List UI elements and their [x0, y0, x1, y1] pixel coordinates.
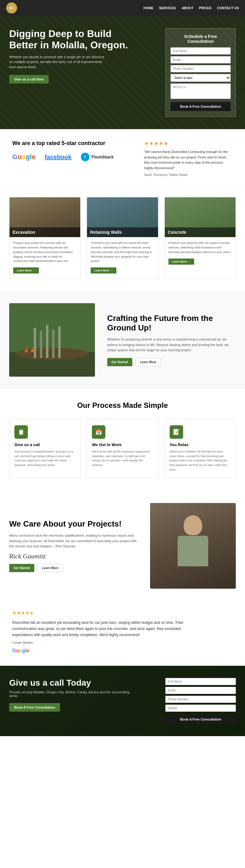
footer-form: Book A Free Consultation: [165, 678, 236, 724]
mission-right: Crafting the Future from the Ground Up! …: [107, 314, 236, 366]
footer-left: Give us a call Today Proudly serving Mol…: [9, 678, 132, 712]
mission-learn-more[interactable]: Learn More: [135, 358, 161, 366]
process-step-2: 📅 We Get to Work We'll arrive with all t…: [87, 419, 158, 478]
process-title-3: You Relax: [170, 442, 230, 447]
svg-rect-6: [52, 329, 55, 358]
hero-content: Digging Deep to Build Better in Molalla,…: [0, 16, 245, 129]
person-body: [178, 536, 208, 566]
mission-get-started[interactable]: Get Started: [107, 358, 132, 366]
process-heading: Our Process Made Simple: [9, 401, 236, 410]
process-icon-1: 📋: [15, 425, 28, 439]
form-book-button[interactable]: Book A Free Consultation: [170, 102, 230, 111]
care-get-started[interactable]: Get Started: [9, 564, 34, 572]
process-desc-1: Our process is straightforward—just give…: [15, 450, 75, 467]
nav-prices[interactable]: Prices: [199, 6, 212, 10]
care-section: We Care About your Projects! Many contra…: [0, 491, 245, 601]
review-author: Sarah Thompson, Stable Owner: [144, 173, 233, 177]
process-step-3: 📝 You Relax When we're finished, it'll f…: [164, 419, 236, 478]
mission-text: Whether it's preparing land for a new ho…: [107, 337, 236, 353]
process-grid: 📋 Give us a call Our process is straight…: [9, 419, 236, 478]
hero-left: Digging Deep to Build Better in Molalla,…: [9, 28, 138, 84]
thumbtack-logo: T Thumbtack: [81, 153, 114, 161]
logo-icon: DC: [6, 2, 17, 13]
service-body-excavation: Prepare your project for success with ou…: [9, 237, 80, 278]
nav-about[interactable]: About: [182, 6, 194, 10]
ratings-left: We are a top rated 5-star contractor Goo…: [12, 140, 135, 161]
ratings-section: We are a top rated 5-star contractor Goo…: [0, 129, 245, 188]
nav-links: Home Services About Prices Contact Us: [143, 6, 239, 10]
process-section: Our Process Made Simple 📋 Give us a call…: [0, 389, 245, 491]
service-image-concrete: Concrete: [165, 197, 236, 237]
form-title: Schedule a Free Consultation: [170, 34, 230, 44]
care-text: Many contractors lack the necessary qual…: [9, 533, 141, 549]
service-label-concrete: Concrete: [165, 227, 236, 237]
services-grid: Excavation Prepare your project for succ…: [9, 197, 236, 279]
service-body-retaining: Transform your land with our expert dirt…: [87, 237, 158, 278]
service-cta-excavation[interactable]: Learn More →: [13, 268, 39, 274]
mission-svg: [9, 303, 95, 377]
thumbtack-label: Thumbtack: [91, 155, 114, 159]
care-image: [150, 503, 236, 589]
google-logo: Google: [12, 153, 35, 161]
process-title-1: Give us a call: [15, 442, 75, 447]
facebook-logo: facebook: [45, 154, 72, 161]
footer-book-button[interactable]: Book A Free Consultation: [9, 703, 60, 712]
form-topic[interactable]: Select a topic: [170, 74, 230, 82]
service-cta-retaining[interactable]: Learn More →: [91, 268, 116, 274]
footer-email[interactable]: [165, 687, 236, 694]
google-logo-small: Google: [12, 648, 233, 653]
review-quote: "We cannot thank Diversified Contracting…: [144, 149, 233, 171]
service-card-concrete: Concrete Enhance your property with our …: [164, 197, 236, 279]
svg-rect-4: [40, 331, 42, 358]
nav-contact[interactable]: Contact Us: [217, 6, 239, 10]
review2-text: Diversified did an excellent job excavat…: [12, 620, 184, 638]
service-body-concrete: Enhance your property with our expert co…: [165, 237, 236, 269]
service-cta-concrete[interactable]: Learn More →: [168, 258, 194, 265]
form-phone[interactable]: [170, 65, 230, 72]
footer-cta: Give us a call Today Proudly serving Mol…: [0, 666, 245, 736]
hero-cta-button[interactable]: Give us a call Now: [9, 75, 49, 84]
mission-section: Crafting the Future from the Ground Up! …: [0, 291, 245, 389]
review-stars: ★★★★★: [144, 140, 233, 147]
person-head: [184, 515, 202, 535]
thumbtack-icon: T: [81, 153, 89, 161]
process-title-2: We Get to Work: [92, 442, 153, 447]
ratings-heading: We are a top rated 5-star contractor: [12, 140, 135, 147]
care-left: We Care About your Projects! Many contra…: [9, 519, 141, 572]
mission-image: [9, 303, 95, 377]
service-image-retaining: Retaining Walls: [87, 197, 158, 237]
nav-home[interactable]: Home: [143, 6, 154, 10]
person-photo: [174, 515, 211, 577]
review-section: ★★★★★ Diversified did an excellent job e…: [0, 601, 245, 666]
service-card-excavation: Excavation Prepare your project for succ…: [9, 197, 81, 279]
review2-stars: ★★★★★: [12, 610, 233, 616]
care-learn-more[interactable]: Learn More: [37, 564, 63, 572]
process-desc-3: When we're finished, it'll feel like we …: [170, 450, 230, 472]
care-heading: We Care About your Projects!: [9, 519, 141, 529]
process-icon-2: 📅: [92, 425, 105, 439]
form-fullname[interactable]: [170, 48, 230, 55]
service-label-excavation: Excavation: [9, 227, 80, 237]
service-desc-concrete: Enhance your property with our expert co…: [168, 241, 232, 254]
service-desc-retaining: Transform your land with our expert dirt…: [91, 241, 154, 264]
hero-form: Schedule a Free Consultation Select a to…: [165, 28, 236, 117]
form-email[interactable]: [170, 56, 230, 63]
hero-section: Digging Deep to Build Better in Molalla,…: [0, 16, 245, 129]
service-image-excavation: Excavation: [9, 197, 80, 237]
svg-rect-3: [34, 328, 36, 358]
process-desc-2: We'll arrive with all the necessary equi…: [92, 450, 153, 467]
navigation: DC Home Services About Prices Contact Us: [0, 0, 245, 16]
form-details[interactable]: [170, 84, 230, 99]
footer-submit-button[interactable]: Book A Free Consultation: [165, 715, 236, 724]
nav-logo: DC: [6, 2, 17, 13]
footer-heading: Give us a call Today: [9, 678, 132, 688]
signature: Rick Gaumitz: [9, 553, 141, 560]
service-label-retaining: Retaining Walls: [87, 227, 158, 237]
services-section: Excavation Prepare your project for succ…: [0, 188, 245, 291]
footer-fullname[interactable]: [165, 678, 236, 685]
service-desc-excavation: Prepare your project for success with ou…: [13, 241, 77, 264]
footer-phone[interactable]: [165, 696, 236, 703]
footer-details[interactable]: [165, 705, 236, 712]
nav-services[interactable]: Services: [159, 6, 176, 10]
mission-heading: Crafting the Future from the Ground Up!: [107, 314, 236, 333]
